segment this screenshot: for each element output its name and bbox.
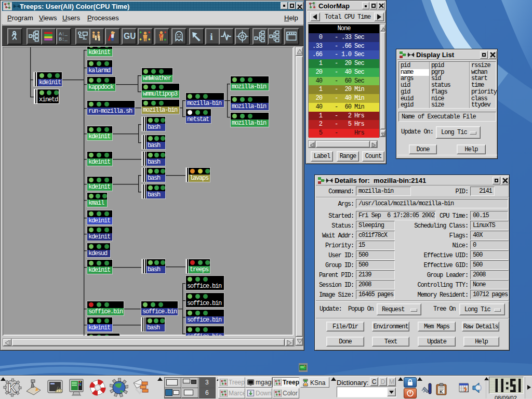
svg-text:i: i	[210, 31, 213, 42]
svg-text:GU: GU	[124, 32, 136, 41]
svg-text:A:_: A:_	[59, 31, 68, 37]
svg-text:E: E	[159, 33, 163, 38]
svg-text:B:_: B:_	[59, 36, 68, 42]
svg-text:K: K	[8, 381, 17, 395]
svg-text:K: K	[440, 389, 443, 394]
